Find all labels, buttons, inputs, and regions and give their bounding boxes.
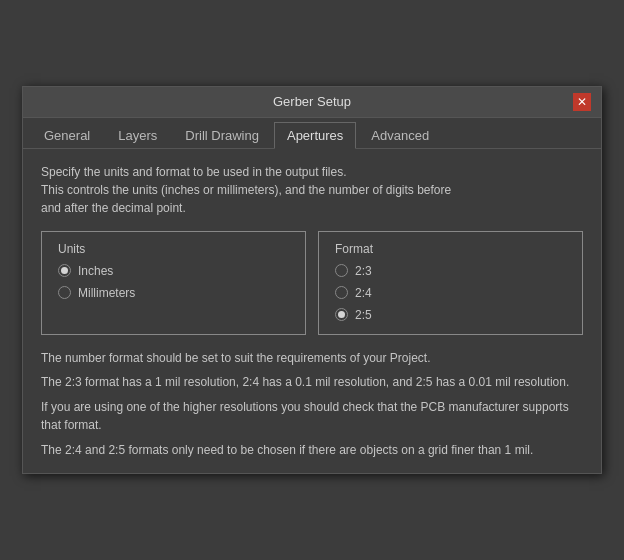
format-25-label: 2:5	[355, 308, 372, 322]
units-radio-group: Inches Millimeters	[58, 264, 289, 300]
format-panel-title: Format	[335, 242, 566, 256]
info-para-2: The 2:3 format has a 1 mil resolution, 2…	[41, 373, 583, 392]
units-inches-option[interactable]: Inches	[58, 264, 289, 278]
close-button[interactable]: ✕	[573, 93, 591, 111]
units-panel-title: Units	[58, 242, 289, 256]
format-radio-group: 2:3 2:4 2:5	[335, 264, 566, 322]
tab-advanced[interactable]: Advanced	[358, 122, 442, 148]
description-text: Specify the units and format to be used …	[41, 163, 583, 217]
title-bar: Gerber Setup ✕	[23, 87, 601, 118]
format-23-option[interactable]: 2:3	[335, 264, 566, 278]
tab-bar: General Layers Drill Drawing Apertures A…	[23, 118, 601, 149]
options-panels: Units Inches Millimeters Format	[41, 231, 583, 335]
format-24-radio[interactable]	[335, 286, 348, 299]
units-inches-radio[interactable]	[58, 264, 71, 277]
tab-layers[interactable]: Layers	[105, 122, 170, 148]
dialog-title: Gerber Setup	[51, 94, 573, 109]
format-23-radio[interactable]	[335, 264, 348, 277]
format-25-option[interactable]: 2:5	[335, 308, 566, 322]
tab-drill-drawing[interactable]: Drill Drawing	[172, 122, 272, 148]
units-millimeters-label: Millimeters	[78, 286, 135, 300]
tab-apertures[interactable]: Apertures	[274, 122, 356, 149]
format-23-label: 2:3	[355, 264, 372, 278]
format-24-label: 2:4	[355, 286, 372, 300]
format-24-option[interactable]: 2:4	[335, 286, 566, 300]
format-panel: Format 2:3 2:4 2:5	[318, 231, 583, 335]
content-area: Specify the units and format to be used …	[23, 149, 601, 474]
units-inches-label: Inches	[78, 264, 113, 278]
info-para-1: The number format should be set to suit …	[41, 349, 583, 368]
tab-general[interactable]: General	[31, 122, 103, 148]
units-panel: Units Inches Millimeters	[41, 231, 306, 335]
gerber-setup-dialog: Gerber Setup ✕ General Layers Drill Draw…	[22, 86, 602, 475]
units-millimeters-radio[interactable]	[58, 286, 71, 299]
info-para-4: The 2:4 and 2:5 formats only need to be …	[41, 441, 583, 460]
format-25-radio[interactable]	[335, 308, 348, 321]
units-millimeters-option[interactable]: Millimeters	[58, 286, 289, 300]
info-text-block: The number format should be set to suit …	[41, 349, 583, 460]
info-para-3: If you are using one of the higher resol…	[41, 398, 583, 435]
